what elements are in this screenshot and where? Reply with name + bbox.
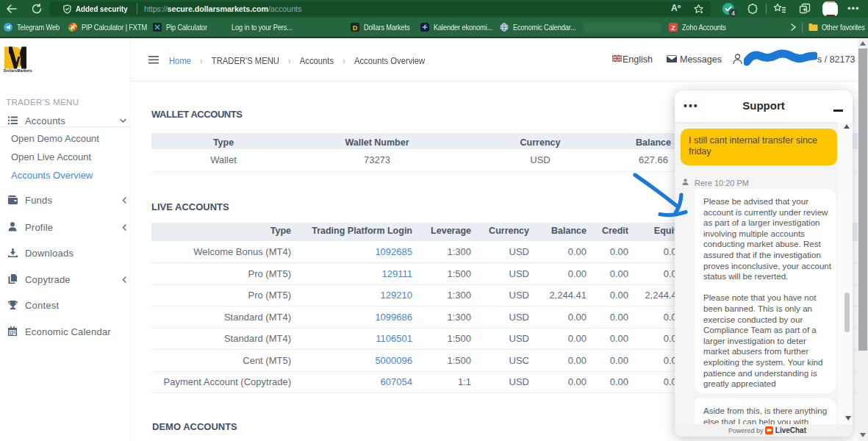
- svg-text:D: D: [353, 24, 358, 32]
- svg-text:Z: Z: [671, 24, 675, 32]
- svg-text:4: 4: [731, 10, 735, 17]
